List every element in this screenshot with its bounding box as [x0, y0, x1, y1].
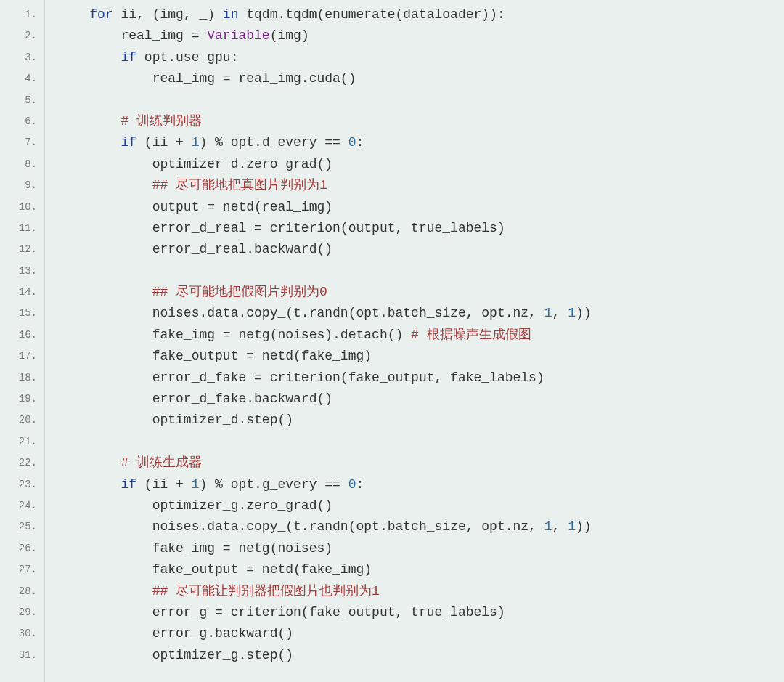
code-token: real_img = [121, 28, 207, 43]
code-line: noises.data.copy_(t.randn(opt.batch_size… [58, 303, 784, 324]
code-token: 1 [544, 519, 552, 534]
line-number: 17. [0, 346, 44, 367]
code-token: optimizer_d.zero_grad() [152, 157, 332, 171]
code-token: ## 尽可能地把假图片判别为0 [152, 285, 327, 299]
code-line: optimizer_g.step() [58, 645, 784, 666]
code-line: ## 尽可能地把真图片判别为1 [58, 175, 784, 196]
code-line: for ii, (img, _) in tqdm.tqdm(enumerate(… [58, 4, 784, 25]
code-token: (ii + [136, 135, 192, 150]
code-token: error_g = criterion(fake_output, true_la… [152, 605, 505, 620]
line-number: 29. [0, 602, 44, 623]
code-token: in [223, 7, 239, 22]
code-line: optimizer_d.step() [58, 410, 784, 431]
code-line [58, 431, 784, 452]
code-token: if [121, 50, 136, 65]
code-line: ## 尽可能让判别器把假图片也判别为1 [58, 581, 784, 602]
code-token: )) [576, 306, 592, 320]
line-number: 4. [0, 68, 44, 89]
code-line: optimizer_g.zero_grad() [58, 495, 784, 516]
line-number: 30. [0, 623, 44, 644]
line-number: 6. [0, 111, 44, 132]
code-token: 1 [568, 306, 576, 320]
code-block: 1.2.3.4.5.6.7.8.9.10.11.12.13.14.15.16.1… [0, 0, 784, 682]
code-line: optimizer_d.zero_grad() [58, 154, 784, 175]
code-line: error_d_real = criterion(output, true_la… [58, 218, 784, 239]
code-token: real_img = real_img.cuda() [152, 71, 356, 86]
code-line: error_d_real.backward() [58, 239, 784, 260]
code-line: error_d_fake.backward() [58, 389, 784, 410]
code-token: error_d_fake = criterion(fake_output, fa… [152, 370, 544, 385]
code-line: real_img = Variable(img) [58, 25, 784, 46]
code-line: output = netd(real_img) [58, 197, 784, 218]
line-number: 19. [0, 389, 44, 410]
code-token: fake_output = netd(fake_img) [152, 562, 372, 577]
line-number: 2. [0, 25, 44, 46]
code-token: noises.data.copy_(t.randn(opt.batch_size… [152, 519, 544, 534]
code-line: error_g = criterion(fake_output, true_la… [58, 602, 784, 623]
line-number-gutter: 1.2.3.4.5.6.7.8.9.10.11.12.13.14.15.16.1… [0, 0, 45, 682]
code-token: optimizer_g.zero_grad() [152, 498, 332, 513]
code-token: 1 [192, 135, 200, 150]
code-token: 1 [544, 306, 552, 320]
code-line: fake_output = netd(fake_img) [58, 559, 784, 580]
code-token: )) [576, 519, 592, 534]
code-token: # 训练生成器 [121, 455, 202, 470]
code-token: opt.use_gpu: [136, 50, 238, 65]
line-number: 26. [0, 538, 44, 559]
code-token: ii, (img, _) [113, 7, 223, 22]
code-line: fake_img = netg(noises).detach() # 根据噪声生… [58, 325, 784, 346]
code-token: ## 尽可能让判别器把假图片也判别为1 [152, 584, 380, 598]
line-number: 8. [0, 154, 44, 175]
line-number: 21. [0, 431, 44, 452]
code-token: error_d_fake.backward() [152, 391, 332, 406]
code-token: 0 [348, 135, 356, 150]
line-number: 18. [0, 368, 44, 389]
code-line: if opt.use_gpu: [58, 47, 784, 68]
code-token: optimizer_d.step() [152, 413, 293, 427]
code-token: : [356, 477, 364, 492]
code-token: , [552, 306, 568, 320]
code-line: # 训练生成器 [58, 452, 784, 474]
code-line: error_g.backward() [58, 623, 784, 644]
code-token: fake_img = netg(noises).detach() [152, 328, 411, 342]
code-token: error_g.backward() [152, 626, 293, 641]
line-number: 5. [0, 90, 44, 111]
line-number: 16. [0, 325, 44, 346]
code-line: # 训练判别器 [58, 111, 784, 132]
line-number: 28. [0, 581, 44, 602]
code-line: ## 尽可能地把假图片判别为0 [58, 282, 784, 303]
code-line: if (ii + 1) % opt.d_every == 0: [58, 132, 784, 153]
code-line: real_img = real_img.cuda() [58, 68, 784, 89]
code-token: Variable [207, 28, 269, 43]
code-token: error_d_real.backward() [152, 242, 332, 256]
code-token: ) % opt.g_every == [199, 477, 348, 492]
code-token: ## 尽可能地把真图片判别为1 [152, 178, 327, 192]
line-number: 12. [0, 239, 44, 260]
code-line [58, 261, 784, 282]
line-number: 20. [0, 410, 44, 431]
code-line: if (ii + 1) % opt.g_every == 0: [58, 474, 784, 495]
code-token: tqdm.tqdm(enumerate(dataloader)): [238, 7, 505, 22]
code-token: for [89, 7, 113, 22]
line-number: 15. [0, 303, 44, 324]
code-token: fake_output = netd(fake_img) [152, 349, 372, 363]
code-line [58, 90, 784, 111]
line-number: 13. [0, 261, 44, 282]
line-number: 24. [0, 495, 44, 516]
code-token: (img) [270, 28, 309, 43]
line-number: 1. [0, 4, 44, 25]
line-number: 11. [0, 218, 44, 239]
code-token: : [356, 135, 364, 150]
line-number: 14. [0, 282, 44, 303]
line-number: 23. [0, 474, 44, 495]
code-token: if [121, 135, 136, 150]
code-token: fake_img = netg(noises) [152, 541, 332, 556]
line-number: 9. [0, 175, 44, 196]
line-number: 25. [0, 516, 44, 537]
code-token: ) % opt.d_every == [199, 135, 348, 150]
code-token: output = netd(real_img) [152, 200, 332, 214]
code-token: , [552, 519, 568, 534]
code-token: noises.data.copy_(t.randn(opt.batch_size… [152, 306, 544, 320]
code-token: error_d_real = criterion(output, true_la… [152, 221, 505, 235]
code-token: optimizer_g.step() [152, 648, 293, 662]
